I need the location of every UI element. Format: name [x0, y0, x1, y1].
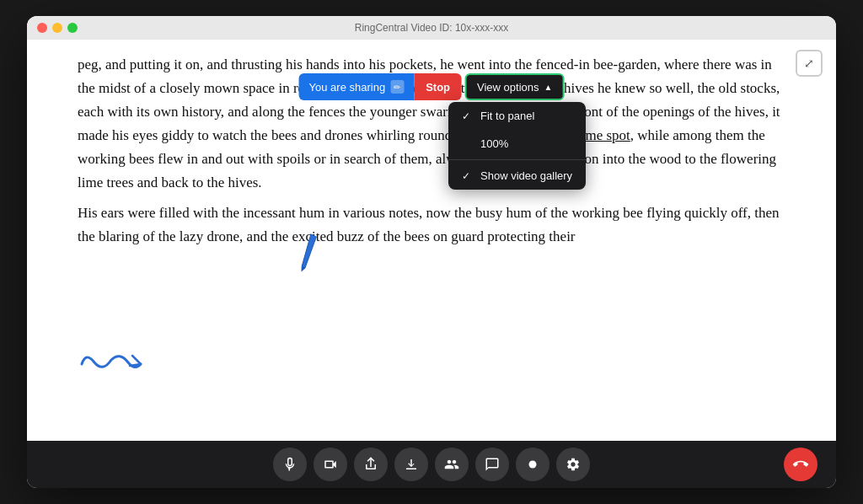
- svg-point-0: [529, 461, 537, 469]
- bottom-toolbar: [27, 441, 836, 488]
- chevron-down-icon: ▲: [544, 83, 553, 92]
- settings-button[interactable]: [556, 448, 590, 481]
- sharing-bar: You are sharing ✏ Stop View options ▲: [299, 73, 565, 100]
- view-options-button[interactable]: View options ▲: [465, 73, 564, 100]
- you-are-sharing-label: You are sharing ✏: [299, 73, 415, 100]
- stop-button[interactable]: Stop: [414, 73, 462, 100]
- minimize-button[interactable]: [52, 23, 62, 33]
- edit-icon[interactable]: ✏: [390, 80, 404, 94]
- content-area: You are sharing ✏ Stop View options ▲ ✓ …: [27, 40, 836, 441]
- chat-button[interactable]: [475, 448, 509, 481]
- sharing-text: You are sharing: [309, 81, 386, 94]
- title-bar: RingCentral Video ID: 10x-xxx-xxx: [27, 16, 836, 40]
- end-call-button[interactable]: [784, 448, 817, 481]
- maximize-button[interactable]: [67, 23, 78, 33]
- show-gallery-check-icon: ✓: [462, 170, 474, 182]
- microphone-button[interactable]: [273, 448, 307, 481]
- share-button[interactable]: [354, 448, 388, 481]
- video-button[interactable]: [314, 448, 347, 481]
- hundred-percent-item[interactable]: ✓ 100%: [448, 130, 586, 158]
- dropdown-divider: [448, 159, 586, 160]
- expand-button[interactable]: ⤢: [796, 50, 823, 77]
- view-options-label: View options: [477, 81, 539, 94]
- record-button[interactable]: [516, 448, 549, 481]
- window-title: RingCentral Video ID: 10x-xxx-xxx: [355, 22, 509, 34]
- show-gallery-label: Show video gallery: [480, 169, 572, 182]
- traffic-lights: [37, 23, 78, 33]
- show-gallery-item[interactable]: ✓ Show video gallery: [448, 162, 586, 190]
- participants-button[interactable]: [435, 448, 469, 481]
- fit-to-panel-label: Fit to panel: [480, 110, 534, 122]
- expand-icon: ⤢: [804, 56, 814, 70]
- view-options-dropdown: ✓ Fit to panel ✓ 100% ✓ Show video galle…: [448, 102, 586, 190]
- close-button[interactable]: [37, 23, 47, 33]
- handwriting-annotation: [78, 347, 145, 387]
- fit-to-panel-item[interactable]: ✓ Fit to panel: [448, 102, 586, 130]
- main-text-paragraph2: His ears were filled with the incessant …: [78, 201, 785, 249]
- download-button[interactable]: [394, 448, 428, 481]
- fit-to-panel-check-icon: ✓: [462, 110, 474, 122]
- main-window: RingCentral Video ID: 10x-xxx-xxx You ar…: [27, 16, 836, 488]
- hundred-percent-label: 100%: [480, 137, 508, 150]
